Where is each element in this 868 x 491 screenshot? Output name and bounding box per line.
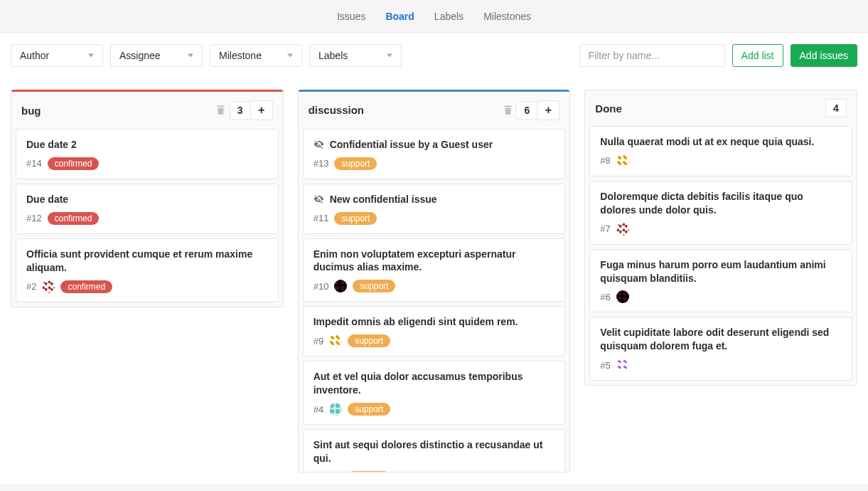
- card-meta: #4support: [314, 403, 555, 416]
- card-meta: #9support: [314, 334, 555, 347]
- card-title: New confidential issue: [314, 193, 555, 206]
- column-discussion: discussion6+Confidential issue by a Gues…: [298, 90, 571, 472]
- card-title: Velit cupiditate labore odit deserunt el…: [600, 326, 842, 353]
- card-list: Due date 2#14confirmedDue date#12confirm…: [11, 129, 283, 307]
- issue-card[interactable]: Officia sunt provident cumque et rerum m…: [16, 238, 279, 302]
- issue-label: support: [334, 212, 377, 225]
- column-count: 4: [825, 99, 847, 117]
- nav-labels[interactable]: Labels: [434, 11, 464, 22]
- card-title-text: Sint aut sequi dolores distinctio a recu…: [314, 438, 555, 465]
- column-title: Done: [595, 102, 825, 115]
- card-meta: #7: [600, 223, 842, 236]
- issue-card[interactable]: Aut et vel quia dolor accusamus temporib…: [303, 361, 566, 425]
- issue-label: support: [348, 471, 390, 472]
- card-title-text: Aut et vel quia dolor accusamus temporib…: [314, 370, 555, 397]
- card-title-text: Nulla quaerat modi ut at ex neque quia q…: [600, 135, 814, 149]
- card-title: Impedit omnis ab eligendi sint quidem re…: [314, 315, 555, 329]
- issue-ref: #6: [600, 292, 610, 302]
- card-title: Confidential issue by a Guest user: [314, 138, 555, 152]
- issue-ref: #9: [314, 336, 323, 347]
- issue-ref: #2: [26, 281, 36, 292]
- nav-board[interactable]: Board: [385, 11, 414, 22]
- column-count: 6: [516, 101, 537, 120]
- card-title: Officia sunt provident cumque et rerum m…: [26, 248, 268, 275]
- card-title-text: Velit cupiditate labore odit deserunt el…: [600, 326, 842, 353]
- card-title: Aut et vel quia dolor accusamus temporib…: [314, 370, 555, 397]
- assignee-avatar: [329, 403, 342, 416]
- nav-issues[interactable]: Issues: [337, 11, 365, 22]
- issue-ref: #13: [314, 158, 329, 169]
- issue-card[interactable]: Impedit omnis ab eligendi sint quidem re…: [303, 306, 566, 357]
- assignee-avatar: [616, 154, 629, 167]
- column-title: discussion: [309, 104, 500, 116]
- issue-card[interactable]: Fuga minus harum porro eum laudantium an…: [589, 249, 852, 313]
- issue-label: confirmed: [60, 280, 112, 293]
- assignee-avatar: [616, 290, 629, 303]
- author-select[interactable]: Author: [11, 44, 103, 67]
- issue-card[interactable]: New confidential issue#11support: [303, 184, 566, 234]
- issue-card[interactable]: Due date 2#14confirmed: [16, 129, 279, 179]
- column-count: 3: [230, 101, 251, 120]
- issue-card[interactable]: Nulla quaerat modi ut at ex neque quia q…: [589, 126, 852, 176]
- issue-card[interactable]: Confidential issue by a Guest user#13sup…: [303, 129, 566, 179]
- card-title-text: New confidential issue: [330, 193, 437, 206]
- card-title-text: Doloremque dicta debitis facilis itaque …: [600, 190, 842, 217]
- trash-icon[interactable]: [213, 104, 230, 117]
- column-done: Done4Nulla quaerat modi ut at ex neque q…: [584, 90, 857, 386]
- assignee-avatar: [334, 280, 347, 292]
- issue-card[interactable]: Due date#12confirmed: [16, 184, 279, 234]
- column-title: bug: [21, 105, 213, 117]
- card-meta: #14confirmed: [26, 157, 268, 170]
- issue-ref: #12: [26, 213, 42, 223]
- issue-ref: #14: [26, 158, 42, 169]
- card-list: Nulla quaerat modi ut at ex neque quia q…: [585, 126, 857, 385]
- add-list-button[interactable]: Add list: [732, 44, 783, 67]
- assignee-select[interactable]: Assignee: [110, 44, 203, 67]
- card-meta: #12confirmed: [26, 212, 268, 225]
- card-meta: #8: [600, 154, 842, 167]
- add-card-button[interactable]: +: [250, 100, 273, 120]
- column-bug: bug3+Due date 2#14confirmedDue date#12co…: [11, 90, 284, 307]
- nav-milestones[interactable]: Milestones: [483, 11, 531, 22]
- issue-card[interactable]: Doloremque dicta debitis facilis itaque …: [589, 181, 852, 245]
- issue-card[interactable]: Sint aut sequi dolores distinctio a recu…: [303, 429, 566, 472]
- card-meta: #10support: [314, 280, 555, 292]
- issue-ref: #4: [314, 404, 323, 415]
- add-issues-button[interactable]: Add issues: [791, 44, 857, 67]
- issue-label: support: [353, 280, 395, 292]
- card-list: Confidential issue by a Guest user#13sup…: [299, 129, 570, 472]
- milestone-select[interactable]: Milestone: [210, 44, 302, 67]
- labels-select[interactable]: Labels: [309, 44, 402, 67]
- card-title-text: Fuga minus harum porro eum laudantium an…: [600, 258, 842, 285]
- issue-ref: #10: [314, 281, 329, 292]
- add-card-button[interactable]: +: [537, 100, 559, 120]
- card-title-text: Officia sunt provident cumque et rerum m…: [26, 248, 268, 275]
- card-title-text: Impedit omnis ab eligendi sint quidem re…: [314, 315, 518, 329]
- card-title: Sint aut sequi dolores distinctio a recu…: [314, 438, 555, 465]
- issue-label: confirmed: [48, 212, 100, 225]
- card-title-text: Confidential issue by a Guest user: [330, 138, 493, 152]
- card-title-text: Due date 2: [26, 138, 77, 152]
- column-header: bug3+: [11, 92, 283, 129]
- card-meta: #5: [600, 359, 842, 371]
- trash-icon[interactable]: [499, 104, 516, 117]
- card-meta: #13support: [314, 157, 555, 170]
- column-header: Done4: [585, 90, 857, 126]
- card-meta: #6: [600, 290, 842, 303]
- column-header: discussion6+: [299, 92, 570, 129]
- card-title: Nulla quaerat modi ut at ex neque quia q…: [600, 135, 842, 149]
- issue-card[interactable]: Velit cupiditate labore odit deserunt el…: [589, 317, 852, 381]
- card-title-text: Enim non voluptatem excepturi aspernatur…: [314, 248, 555, 275]
- issue-label: support: [348, 403, 390, 416]
- toolbar: Author Assignee Milestone Labels Add lis…: [0, 33, 868, 78]
- issue-label: confirmed: [48, 157, 100, 170]
- eye-slash-icon: [314, 194, 324, 204]
- card-title: Doloremque dicta debitis facilis itaque …: [600, 190, 842, 217]
- issue-card[interactable]: Enim non voluptatem excepturi aspernatur…: [303, 238, 566, 302]
- issue-ref: #7: [600, 223, 610, 234]
- board: bug3+Due date 2#14confirmedDue date#12co…: [0, 78, 868, 484]
- filter-input[interactable]: [579, 44, 725, 67]
- eye-slash-icon: [314, 139, 324, 149]
- issue-ref: #8: [600, 155, 610, 166]
- card-meta: #3support: [314, 471, 555, 472]
